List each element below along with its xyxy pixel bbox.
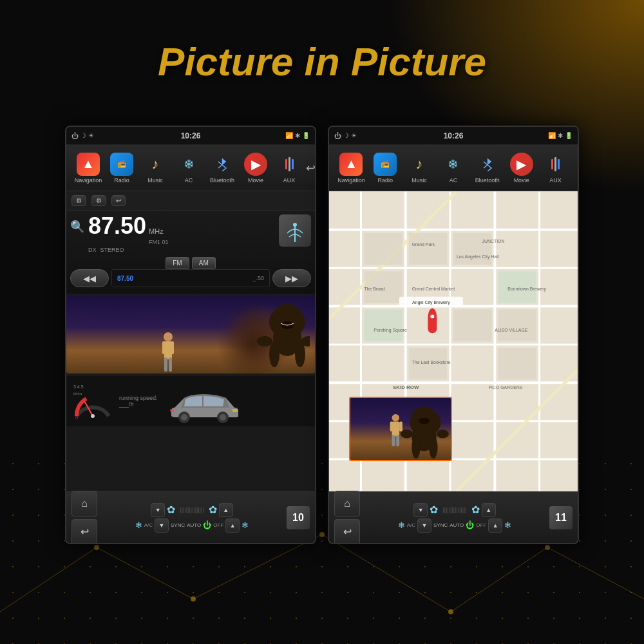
car-image-area [162, 379, 245, 424]
nav-label-music-1: Music [147, 177, 163, 184]
screen-2: ⏻ ☽ ☀ 10:26 📶 ✱ 🔋 ▲ Navigation 📻 Radio [328, 126, 579, 544]
svg-rect-81 [396, 435, 399, 446]
radio-antenna-icon [279, 214, 311, 247]
svg-line-85 [322, 535, 451, 612]
home-back-col-2: ⌂ ↩ [334, 491, 360, 545]
svg-point-70 [412, 437, 420, 459]
map-background: Grand Park Los Angeles City Hall The Bro… [329, 191, 578, 491]
power-icon[interactable]: ⏻ [71, 132, 79, 140]
svg-rect-25 [232, 409, 238, 412]
svg-text:3   4   5: 3 4 5 [73, 384, 84, 389]
nav-label-navigation-1: Navigation [75, 177, 102, 184]
sub-btn-scan-1[interactable]: ⚙ [91, 195, 106, 206]
fan-divider-lines-2: |||||||||||||||| [440, 507, 469, 513]
nav-music-2[interactable]: ♪ Music [402, 153, 436, 184]
bottom-freq-right: _.50 [252, 275, 264, 281]
svg-rect-51 [498, 348, 536, 379]
svg-rect-12 [162, 341, 166, 354]
svg-point-91 [448, 609, 453, 614]
bluetooth-status-icon-2: ✱ [558, 132, 563, 139]
svg-point-76 [392, 414, 399, 422]
scan-prev-button[interactable]: ◀◀ [70, 269, 109, 287]
nav-label-ac-2: AC [450, 177, 458, 184]
music-icon-2: ♪ [408, 153, 431, 176]
movie-icon-2: ▶ [510, 153, 533, 176]
fan-controls-1: ▼ ✿ |||||||||||||||| ✿ ▲ ❄ A/C ▼ SYNC AU… [100, 503, 284, 533]
svg-point-24 [220, 414, 226, 421]
nav-navigation-1[interactable]: ▲ Navigation [71, 153, 105, 184]
speed-value: ___/h [119, 401, 158, 408]
status-bar-1: ⏻ ☽ ☀ 10:26 📶 ✱ 🔋 [66, 127, 315, 145]
temp-up-1[interactable]: ▲ [225, 518, 240, 533]
fan-speed-up-1[interactable]: ▲ [219, 503, 233, 517]
bluetooth-status-icon-1: ✱ [295, 132, 300, 139]
nav-movie-2[interactable]: ▶ Movie [505, 153, 538, 184]
map-screen-content: Grand Park Los Angeles City Hall The Bro… [329, 191, 578, 491]
sub-btn-eq-1[interactable]: ⚙ [71, 195, 86, 206]
nav-label-music-2: Music [412, 177, 427, 184]
svg-rect-15 [169, 357, 172, 372]
fan-top-row-2: ▼ ✿ |||||||||||||||| ✿ ▲ [363, 503, 547, 517]
fm-button[interactable]: FM [166, 257, 189, 269]
nav-aux-1[interactable]: AUX [272, 153, 306, 184]
power-ac-icon-2[interactable]: ⏻ [466, 520, 474, 530]
svg-text:Pershing Square: Pershing Square [374, 328, 407, 333]
nav-radio-2[interactable]: 📻 Radio [368, 153, 402, 184]
power-ac-icon-1[interactable]: ⏻ [203, 520, 211, 530]
nav-label-navigation-2: Navigation [337, 177, 365, 184]
ac-icon-ctrl-right-1: ❄ [242, 520, 249, 530]
svg-point-6 [257, 336, 272, 346]
nav-navigation-2[interactable]: ▲ Navigation [334, 153, 368, 184]
fan-speed-down-2[interactable]: ▼ [413, 503, 428, 517]
nav-bluetooth-1[interactable]: Bluetooth [205, 153, 239, 184]
back-nav-button-1[interactable]: ↩ [71, 519, 97, 545]
svg-point-72 [401, 430, 413, 438]
svg-point-64 [430, 314, 434, 318]
car-svg [165, 385, 242, 424]
speedometer-svg: 3 4 5 t/min 0 [70, 381, 115, 422]
svg-rect-79 [399, 422, 402, 431]
back-nav-button-2[interactable]: ↩ [334, 519, 360, 545]
fan-speed-up-2[interactable]: ▲ [482, 503, 496, 517]
ac-label-1: A/C [144, 522, 153, 528]
status-bar-2: ⏻ ☽ ☀ 10:26 📶 ✱ 🔋 [329, 127, 578, 145]
fan-speed-down-1[interactable]: ▼ [151, 503, 165, 517]
nav-music-1[interactable]: ♪ Music [138, 153, 172, 184]
aux-icon-2 [544, 153, 567, 176]
ac-row-2: ❄ A/C ▼ SYNC AUTO ⏻ OFF ▲ ❄ [363, 518, 547, 533]
home-button-2[interactable]: ⌂ [334, 491, 360, 516]
nav-movie-1[interactable]: ▶ Movie [239, 153, 272, 184]
freq-mhz: MHz [149, 227, 169, 235]
nav-label-aux-1: AUX [283, 177, 296, 184]
page-title: Picture in Picture [0, 39, 644, 84]
status-left-2: ⏻ ☽ ☀ [334, 132, 357, 140]
power-icon-2: ⏻ [334, 132, 341, 140]
nav-label-radio-2: Radio [378, 177, 393, 184]
nav-aux-2[interactable]: AUX [538, 153, 572, 184]
svg-line-87 [547, 547, 644, 599]
svg-text:The Last Bookstore: The Last Bookstore [412, 360, 451, 365]
ac-icon-ctrl-2: ❄ [398, 520, 405, 530]
scan-next-button[interactable]: ▶▶ [272, 269, 311, 287]
svg-text:Grand Central Market: Grand Central Market [412, 287, 455, 291]
bottom-dashboard-1: 3 4 5 t/min 0 running speed: ___/h [66, 376, 315, 426]
home-button-1[interactable]: ⌂ [71, 491, 97, 516]
temp-up-2[interactable]: ▲ [488, 518, 502, 533]
svg-rect-48 [453, 310, 491, 341]
page-number-2: 11 [549, 506, 573, 529]
svg-point-92 [545, 545, 550, 550]
off-label-2: OFF [476, 522, 486, 528]
moon-icon-2: ☽ [343, 132, 349, 139]
nav-ac-2[interactable]: ❄ AC [437, 153, 470, 184]
nav-ac-1[interactable]: ❄ AC [172, 153, 205, 184]
sub-btn-list-1[interactable]: ↩ [111, 195, 126, 206]
temp-down-1[interactable]: ▼ [155, 518, 169, 533]
sync-label-1: SYNC [171, 522, 185, 528]
back-button-1[interactable]: ↩ [306, 161, 316, 175]
am-button[interactable]: AM [192, 257, 216, 269]
nav-bluetooth-2[interactable]: Bluetooth [471, 153, 504, 184]
temp-down-2[interactable]: ▼ [417, 518, 431, 533]
page-number-1: 10 [287, 506, 310, 529]
ac-row-1: ❄ A/C ▼ SYNC AUTO ⏻ OFF ▲ ❄ [100, 518, 284, 533]
nav-radio-1[interactable]: 📻 Radio [105, 153, 138, 184]
